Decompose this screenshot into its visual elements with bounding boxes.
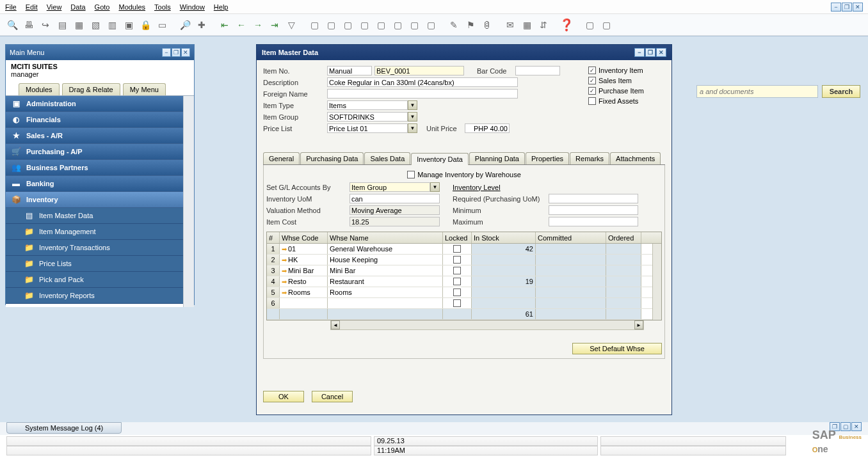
menu-file[interactable]: File	[5, 3, 17, 11]
app-minimize-icon[interactable]: −	[831, 3, 841, 12]
first-icon[interactable]: ⇤	[218, 18, 232, 32]
system-message-log-tab[interactable]: System Message Log (4)	[6, 422, 122, 434]
cell-whse-name[interactable]: Rooms	[328, 287, 443, 297]
price-list-select[interactable]	[327, 123, 408, 133]
tab-drag-relate[interactable]: Drag & Relate	[62, 83, 120, 95]
dropdown-icon[interactable]: ▼	[408, 100, 417, 110]
tab-purchasing-data[interactable]: Purchasing Data	[300, 152, 364, 164]
print-icon[interactable]: 🖶	[22, 18, 36, 32]
search-button[interactable]: Search	[822, 85, 860, 98]
t5-icon[interactable]: ▢	[374, 18, 388, 32]
link-arrow-icon[interactable]: ➡	[282, 278, 287, 285]
uom-input[interactable]	[350, 194, 440, 203]
module-financials[interactable]: ◐Financials	[6, 112, 194, 128]
tab-my-menu[interactable]: My Menu	[123, 83, 166, 95]
menu-data[interactable]: Data	[70, 3, 85, 11]
cell-locked[interactable]	[443, 265, 472, 276]
cell-locked[interactable]	[443, 255, 472, 265]
cell-whse-code[interactable]: ➡Mini Bar	[280, 265, 328, 276]
locked-checkbox[interactable]	[453, 299, 461, 307]
cal-icon[interactable]: ▦	[520, 18, 534, 32]
ok-button[interactable]: OK	[263, 391, 304, 402]
imd-close-icon[interactable]: ✕	[656, 48, 666, 57]
help-icon[interactable]: ❓	[559, 18, 574, 32]
cancel-button[interactable]: Cancel	[312, 391, 353, 402]
word-icon[interactable]: ▥	[105, 18, 119, 32]
imd-minimize-icon[interactable]: −	[634, 48, 645, 57]
menu-edit[interactable]: Edit	[26, 3, 38, 11]
cell-whse-name[interactable]	[328, 298, 443, 308]
dropdown-icon[interactable]: ▼	[408, 112, 417, 122]
item-no-input[interactable]	[374, 66, 464, 75]
cell-whse-code[interactable]: ➡Resto	[280, 276, 328, 287]
dropdown-icon[interactable]: ▼	[430, 182, 440, 192]
required-input[interactable]	[549, 194, 638, 203]
dropdown-icon[interactable]: ▼	[408, 123, 417, 133]
tab-attachments[interactable]: Attachments	[610, 152, 661, 164]
imd-restore-icon[interactable]: ❐	[645, 48, 655, 57]
locked-checkbox[interactable]	[453, 278, 461, 285]
cell-whse-name[interactable]: Restaurant	[328, 276, 443, 287]
col-whse-name[interactable]: Whse Name	[328, 232, 443, 243]
locked-checkbox[interactable]	[453, 288, 461, 296]
tab-inventory-data[interactable]: Inventory Data	[411, 153, 469, 165]
cell-locked[interactable]	[443, 244, 472, 254]
tab-sales-data[interactable]: Sales Data	[364, 152, 410, 164]
t1-icon[interactable]: ▢	[307, 18, 321, 32]
cell-whse-name[interactable]: House Keeping	[328, 255, 443, 265]
cb-sales-item[interactable]: ✓	[588, 77, 596, 84]
module-banking[interactable]: ▬Banking	[6, 176, 194, 192]
doc-icon[interactable]: ▤	[55, 18, 69, 32]
cb-manage-by-whse[interactable]	[407, 171, 415, 178]
maximum-input[interactable]	[549, 217, 638, 226]
t2-icon[interactable]: ▢	[324, 18, 338, 32]
ext1-icon[interactable]: ▢	[583, 18, 597, 32]
sub-pick-and-pack[interactable]: 📁Pick and Pack	[6, 272, 194, 288]
link-arrow-icon[interactable]: ➡	[282, 257, 287, 264]
set-default-whse-button[interactable]: Set Default Whse	[572, 343, 662, 354]
bar-code-input[interactable]	[515, 66, 560, 75]
layout-icon[interactable]: ▭	[155, 18, 169, 32]
col-in-stock[interactable]: In Stock	[472, 232, 536, 243]
cb-inventory-item[interactable]: ✓	[588, 67, 596, 74]
ext2-icon[interactable]: ▢	[599, 18, 613, 32]
t3-icon[interactable]: ▢	[341, 18, 355, 32]
tab-properties[interactable]: Properties	[526, 152, 569, 164]
prev-icon[interactable]: ←	[234, 18, 248, 32]
description-input[interactable]	[327, 77, 518, 87]
send-icon[interactable]: ↪	[38, 18, 52, 32]
t4-icon[interactable]: ▢	[357, 18, 371, 32]
sub-inventory-reports[interactable]: 📁Inventory Reports	[6, 288, 194, 304]
tree-icon[interactable]: ⇵	[536, 18, 551, 32]
cell-whse-code[interactable]: ➡HK	[280, 255, 328, 265]
search-input[interactable]	[696, 85, 818, 98]
scroll-right-icon[interactable]: ►	[634, 320, 643, 329]
cell-locked[interactable]	[443, 287, 472, 297]
module-sales[interactable]: ★Sales - A/R	[6, 128, 194, 144]
mm-restore-icon[interactable]: ❐	[172, 48, 181, 57]
table-row[interactable]: 4➡RestoRestaurant19	[267, 276, 661, 287]
find-icon[interactable]: 🔎	[178, 18, 192, 32]
cell-whse-code[interactable]: ➡Rooms	[280, 287, 328, 297]
filter-icon[interactable]: ▽	[284, 18, 298, 32]
t7-icon[interactable]: ▢	[407, 18, 421, 32]
tab-modules[interactable]: Modules	[19, 83, 60, 95]
table-row[interactable]: 6	[267, 298, 661, 309]
app-restore-icon[interactable]: ❐	[842, 3, 852, 12]
table-vscroll[interactable]	[652, 244, 661, 320]
item-type-select[interactable]	[327, 100, 408, 110]
cell-locked[interactable]	[443, 276, 472, 287]
table-row[interactable]: 3➡Mini BarMini Bar	[267, 265, 661, 276]
scroll-left-icon[interactable]: ◄	[331, 320, 340, 329]
table-hscroll[interactable]: ◄ ►	[330, 320, 644, 330]
cb-fixed-assets[interactable]	[588, 97, 596, 105]
item-group-select[interactable]	[327, 112, 408, 122]
t6-icon[interactable]: ▢	[390, 18, 405, 32]
locked-checkbox[interactable]	[453, 245, 461, 253]
lock-icon[interactable]: 🔒	[138, 18, 152, 32]
tab-remarks[interactable]: Remarks	[570, 152, 609, 164]
next-icon[interactable]: →	[251, 18, 265, 32]
module-administration[interactable]: ▣Administration	[6, 96, 194, 112]
flag-icon[interactable]: ⚑	[463, 18, 478, 32]
locked-checkbox[interactable]	[453, 256, 461, 264]
